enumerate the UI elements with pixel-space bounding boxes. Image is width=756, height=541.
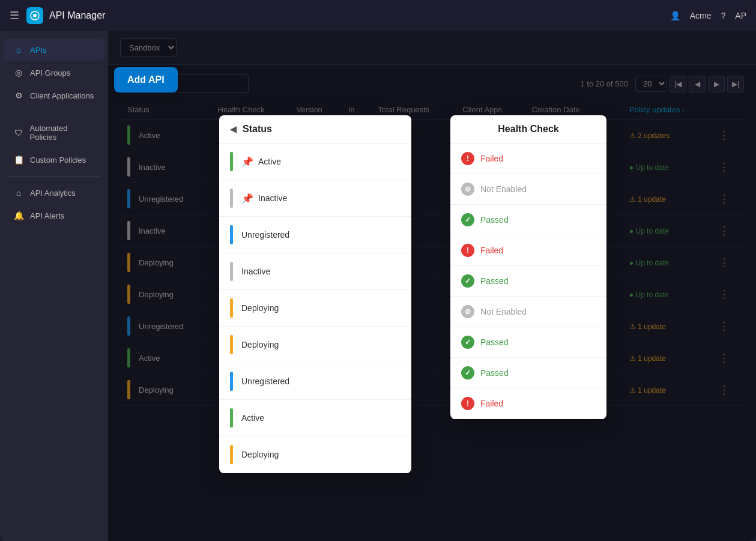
health-panel-row[interactable]: ⊘Not Enabled xyxy=(450,174,606,205)
status-panel-row[interactable]: Deploying xyxy=(219,290,411,327)
user-initials[interactable]: AP xyxy=(735,11,746,20)
failed-icon: ! xyxy=(461,397,474,410)
topbar: ☰ API Manager 👤 Acme ? AP xyxy=(0,0,756,31)
sidebar-item-api-alerts[interactable]: 🔔 API Alerts xyxy=(4,205,104,226)
menu-icon[interactable]: ☰ xyxy=(10,9,19,22)
health-panel-row[interactable]: ✓Passed xyxy=(450,205,606,235)
status-rows: 📌 Active 📌 Inactive Unregistered Inactiv… xyxy=(219,144,411,473)
health-item-label: Passed xyxy=(480,337,509,347)
sidebar-label-client-apps: Client Applications xyxy=(30,91,94,100)
status-panel-row[interactable]: Inactive xyxy=(219,253,411,290)
sidebar-item-custom-policies[interactable]: 📋 Custom Policies xyxy=(4,149,104,171)
sidebar-divider-1 xyxy=(7,112,101,112)
status-panel-row[interactable]: Deploying xyxy=(219,437,411,473)
health-panel-row[interactable]: ✓Passed xyxy=(450,358,606,388)
health-panel-row[interactable]: !Failed xyxy=(450,388,606,419)
client-apps-icon: ⚙ xyxy=(13,91,24,100)
sidebar-label-apis: APIs xyxy=(30,46,46,55)
apis-icon: ⌂ xyxy=(13,45,24,55)
status-indicator-bar xyxy=(230,298,233,318)
main-area: ⌂ APIs ◎ API Groups ⚙ Client Application… xyxy=(0,31,756,541)
automated-policies-icon: 🛡 xyxy=(13,128,24,138)
health-item-label: Passed xyxy=(480,276,509,286)
health-item-label: Not Enabled xyxy=(480,184,527,194)
health-item-label: Passed xyxy=(480,368,509,378)
sidebar-label-custom-policies: Custom Policies xyxy=(30,156,86,165)
user-icon: 👤 xyxy=(670,11,680,20)
status-item-label: Inactive xyxy=(241,267,270,276)
sidebar-item-api-groups[interactable]: ◎ API Groups xyxy=(4,62,104,83)
help-button[interactable]: ? xyxy=(721,11,726,20)
custom-policies-icon: 📋 xyxy=(13,155,24,165)
overlay xyxy=(108,31,756,541)
screen: ☰ API Manager 👤 Acme ? AP ⌂ APIs ◎ API G… xyxy=(0,0,756,541)
content: Sandbox 🔍 1 to 20 of 500 20 |◀ ◀ ▶ xyxy=(108,31,756,541)
health-panel-row[interactable]: ✓Passed xyxy=(450,327,606,358)
status-panel-row[interactable]: Deploying xyxy=(219,327,411,363)
status-panel-row[interactable]: Unregistered xyxy=(219,363,411,400)
health-item-label: Passed xyxy=(480,215,509,225)
health-item-label: Failed xyxy=(480,154,503,163)
topbar-right: 👤 Acme ? AP xyxy=(670,11,746,20)
sidebar-label-api-alerts: API Alerts xyxy=(30,211,64,220)
sidebar: ⌂ APIs ◎ API Groups ⚙ Client Application… xyxy=(0,31,108,541)
api-alerts-icon: 🔔 xyxy=(13,211,24,220)
status-item-label: Inactive xyxy=(258,193,287,203)
api-analytics-icon: ⌂ xyxy=(13,188,24,198)
svg-point-1 xyxy=(33,14,37,17)
status-panel-row[interactable]: Unregistered xyxy=(219,217,411,253)
health-panel-row[interactable]: !Failed xyxy=(450,235,606,266)
health-item-label: Not Enabled xyxy=(480,307,527,316)
sidebar-item-automated-policies[interactable]: 🛡 Automated Policies xyxy=(4,118,104,148)
failed-icon: ! xyxy=(461,244,474,257)
status-indicator-bar xyxy=(230,372,233,391)
status-panel: ◀ Status 📌 Active 📌 Inactive Unregistere… xyxy=(219,115,411,473)
logo xyxy=(26,7,43,24)
sidebar-label-api-analytics: API Analytics xyxy=(30,189,76,198)
health-panel-row[interactable]: !Failed xyxy=(450,144,606,174)
sidebar-item-api-analytics[interactable]: ⌂ API Analytics xyxy=(4,182,104,204)
health-item-label: Failed xyxy=(480,399,503,408)
health-rows: !Failed⊘Not Enabled✓Passed!Failed✓Passed… xyxy=(450,144,606,419)
health-panel-row[interactable]: ✓Passed xyxy=(450,266,606,297)
passed-icon: ✓ xyxy=(461,336,474,349)
status-item-label: Unregistered xyxy=(241,376,289,386)
sidebar-label-api-groups: API Groups xyxy=(30,68,70,77)
health-item-label: Failed xyxy=(480,246,503,255)
status-panel-row[interactable]: 📌 Inactive xyxy=(219,180,411,217)
status-item-label: Deploying xyxy=(241,450,279,459)
status-indicator-bar xyxy=(230,445,233,464)
status-panel-title: Status xyxy=(243,124,272,134)
status-panel-row[interactable]: Active xyxy=(219,400,411,437)
status-indicator-bar xyxy=(230,189,233,208)
sidebar-divider-2 xyxy=(7,176,101,177)
health-panel-row[interactable]: ⊘Not Enabled xyxy=(450,297,606,327)
health-panel-title: Health Check xyxy=(450,115,606,144)
user-name[interactable]: Acme xyxy=(690,11,712,20)
status-panel-row[interactable]: 📌 Active xyxy=(219,144,411,180)
status-indicator-bar xyxy=(230,225,233,244)
app-title: API Manager xyxy=(49,10,670,21)
passed-icon: ✓ xyxy=(461,274,474,288)
status-panel-header: ◀ Status xyxy=(219,115,411,144)
not-enabled-icon: ⊘ xyxy=(461,305,474,318)
status-indicator-bar xyxy=(230,262,233,281)
sidebar-label-automated-policies: Automated Policies xyxy=(30,124,95,142)
pin-icon: 📌 xyxy=(241,156,253,168)
api-groups-icon: ◎ xyxy=(13,68,24,77)
status-item-label: Active xyxy=(241,413,264,423)
add-api-button[interactable]: Add API xyxy=(114,67,178,92)
pin-icon: 📌 xyxy=(241,193,253,204)
health-panel: Health Check !Failed⊘Not Enabled✓Passed!… xyxy=(450,115,606,419)
status-item-label: Deploying xyxy=(241,303,279,313)
status-item-label: Deploying xyxy=(241,340,279,349)
passed-icon: ✓ xyxy=(461,366,474,379)
status-item-label: Unregistered xyxy=(241,230,289,240)
status-indicator-bar xyxy=(230,335,233,354)
passed-icon: ✓ xyxy=(461,213,474,226)
back-arrow-icon[interactable]: ◀ xyxy=(230,124,237,134)
sidebar-item-client-apps[interactable]: ⚙ Client Applications xyxy=(4,85,104,106)
sidebar-item-apis[interactable]: ⌂ APIs xyxy=(4,39,104,61)
status-indicator-bar xyxy=(230,152,233,171)
not-enabled-icon: ⊘ xyxy=(461,183,474,196)
